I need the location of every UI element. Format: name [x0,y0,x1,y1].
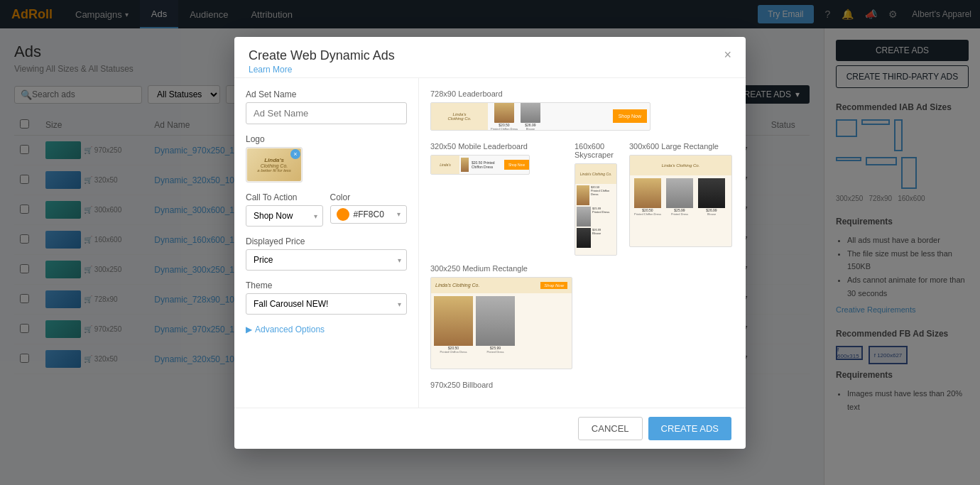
modal-close-button[interactable]: × [724,48,731,61]
cta-label: Call To Action [246,192,323,202]
logo-group: Logo Linda's Clothing Co. a better fit f… [246,134,407,182]
triangle-right-icon: ▶ [246,325,252,334]
modal-form: Ad Set Name Logo Linda's Clothing Co. a … [234,78,419,408]
skyscraper-label: 160x600 Skyscraper [575,142,621,159]
advanced-options-toggle[interactable]: ▶ Advanced Options [246,325,407,334]
theme-select[interactable]: Fall Carousel NEW! Summer Holiday Defaul… [246,293,407,315]
modal-header: Create Web Dynamic Ads Learn More × [234,37,746,78]
cta-color-group: Call To Action Shop Now Learn More Get O… [246,192,407,227]
billboard-label: 970x250 Billboard [430,381,734,389]
color-swatch[interactable] [337,208,349,221]
ad-set-name-label: Ad Set Name [246,89,407,99]
skyscraper-ad-preview: Linda's Clothing Co. $20.50Printed Chiff… [575,163,617,256]
mobile-label: 320x50 Mobile Leaderboard [430,142,566,151]
medium-rect-preview-section: 300x250 Medium Rectangle Linda's Clothin… [430,264,734,369]
leaderboard-ad-preview: Linda'sClothing Co. $20.50 Printed Chiff… [430,102,650,131]
logo-remove-button[interactable]: × [290,149,300,159]
billboard-preview-section: 970x250 Billboard [430,381,734,389]
modal-footer: CANCEL CREATE ADS [234,408,746,449]
color-value: #FF8C0 [354,209,384,219]
leaderboard-preview-section: 728x90 Leaderboard Linda'sClothing Co. $… [430,89,734,131]
displayed-price-label: Displayed Price [246,236,407,246]
color-label: Color [330,192,408,202]
medium-rect-label: 300x250 Medium Rectangle [430,264,734,273]
ad-set-name-group: Ad Set Name [246,89,407,124]
learn-more-link[interactable]: Learn More [249,65,395,75]
mobile-ad-preview: Linda's $20.50 Printed Chiffon Dress Sho… [430,155,530,175]
color-input[interactable]: #FF8C0 ▾ [330,205,408,224]
modal: Create Web Dynamic Ads Learn More × Ad S… [234,37,746,449]
modal-previews: 728x90 Leaderboard Linda'sClothing Co. $… [419,78,746,408]
displayed-price-select[interactable]: Price Sale Price Both [246,249,407,271]
displayed-price-group: Displayed Price Price Sale Price Both ▾ [246,236,407,271]
theme-label: Theme [246,280,407,290]
logo-preview: Linda's Clothing Co. a better fit for le… [246,147,303,182]
cancel-button[interactable]: CANCEL [578,417,643,440]
theme-group: Theme Fall Carousel NEW! Summer Holiday … [246,280,407,315]
cta-select[interactable]: Shop Now Learn More Get Offer Sign Up Do… [246,205,323,227]
create-ads-submit-button[interactable]: CREATE ADS [648,417,731,440]
medium-rect-ad-preview: Linda's Clothing Co. Shop Now $20.50 Pri… [430,277,572,369]
leaderboard-label: 728x90 Leaderboard [430,89,734,98]
modal-overlay[interactable]: Create Web Dynamic Ads Learn More × Ad S… [0,0,980,485]
ad-set-name-input[interactable] [246,102,407,124]
shop-now-btn: Shop Now [613,109,647,123]
modal-title: Create Web Dynamic Ads [249,48,395,63]
large-rect-ad-preview: Linda's Clothing Co. $20.50 Printed Chif… [629,155,732,247]
large-rect-label: 300x600 Large Rectangle [629,142,734,151]
logo-label: Logo [246,134,407,144]
modal-body: Ad Set Name Logo Linda's Clothing Co. a … [234,78,746,408]
color-chevron-icon: ▾ [397,210,401,218]
